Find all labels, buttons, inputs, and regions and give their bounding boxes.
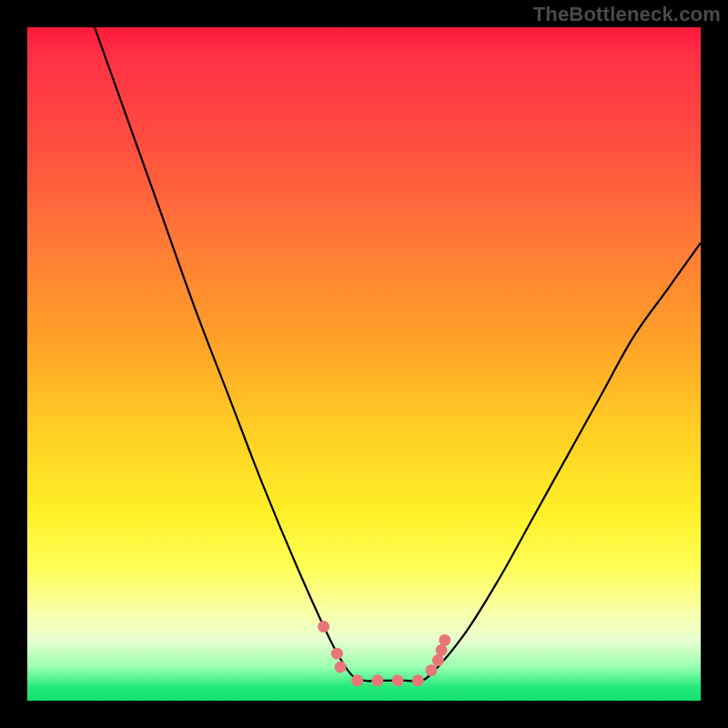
attribution-label: TheBottleneck.com [533, 3, 721, 26]
chart-plot-area [27, 27, 701, 701]
